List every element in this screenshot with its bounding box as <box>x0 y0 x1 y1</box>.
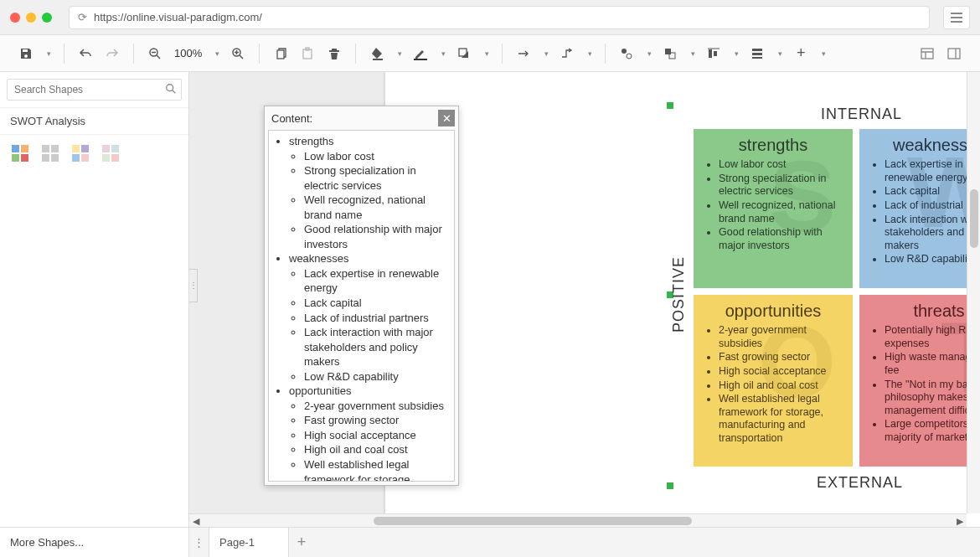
window-controls <box>10 13 52 23</box>
shapes-sidebar: SWOT Analysis <box>0 72 189 527</box>
search-shapes-input[interactable] <box>7 79 182 101</box>
list-item: Lack of industrial partners <box>885 199 980 213</box>
zoom-level[interactable]: 100% <box>171 47 205 59</box>
paste-button[interactable] <box>297 43 318 64</box>
window-titlebar: ⟳ https://online.visual-paradigm.com/ <box>0 0 980 35</box>
fill-color-button[interactable] <box>366 43 388 64</box>
quad-strengths[interactable]: S strengths Low labor costStrong special… <box>694 129 853 288</box>
sidebar-collapse-handle[interactable]: ⋮ <box>189 269 198 302</box>
content-dialog[interactable]: Content: ✕ strengthsLow labor costStrong… <box>264 106 459 486</box>
quad-weaknesses[interactable]: W weaknesses Lack expertise in renewable… <box>859 129 980 288</box>
list-item: Fast growing sector <box>719 351 844 364</box>
add-button[interactable]: + <box>790 43 812 64</box>
opportunities-title: opportunities <box>702 302 844 321</box>
more-shapes-button[interactable]: More Shapes... <box>0 528 189 557</box>
diagram-page[interactable]: INTERNAL EXTERNAL POSITIVE NEGATIVE S st… <box>385 72 980 527</box>
reload-icon[interactable]: ⟳ <box>78 11 87 23</box>
save-button[interactable] <box>15 43 37 64</box>
waypoint-button[interactable] <box>556 43 578 64</box>
svg-rect-15 <box>752 57 762 59</box>
svg-rect-23 <box>42 145 49 152</box>
content-dialog-title: Content: <box>271 112 312 125</box>
zoom-dropdown-icon[interactable]: ▾ <box>212 49 222 58</box>
swot-label-external: EXTERNAL <box>817 474 903 492</box>
svg-rect-32 <box>111 145 119 152</box>
list-item: Low R&D capability <box>885 253 980 266</box>
v-scrollbar-thumb[interactable] <box>970 189 978 248</box>
redo-button[interactable] <box>101 43 123 64</box>
delete-button[interactable] <box>323 43 345 64</box>
svg-rect-11 <box>709 49 712 58</box>
tab-page-1[interactable]: Page-1 <box>209 528 289 557</box>
svg-point-8 <box>627 54 632 59</box>
add-page-button[interactable]: + <box>289 528 314 557</box>
svg-rect-27 <box>72 145 80 152</box>
svg-rect-34 <box>111 154 119 162</box>
quad-threats[interactable]: T threats Potentially high R&D expensesH… <box>859 295 980 467</box>
list-item: 2-year government subsidies <box>304 399 449 414</box>
menu-icon[interactable] <box>943 6 970 29</box>
url-text: https://online.visual-paradigm.com/ <box>94 11 262 23</box>
list-item: Well established legal framework for sto… <box>719 393 844 446</box>
close-icon[interactable]: ✕ <box>438 110 455 126</box>
selection-handle[interactable] <box>667 102 673 109</box>
copy-button[interactable] <box>270 43 291 64</box>
swot-shape-4[interactable] <box>101 143 121 163</box>
distribute-button[interactable] <box>746 43 768 64</box>
svg-point-18 <box>167 85 173 91</box>
undo-button[interactable] <box>75 43 96 64</box>
selection-handle[interactable] <box>667 482 673 489</box>
zoom-in-button[interactable] <box>227 43 249 64</box>
quad-opportunities[interactable]: O opportunities 2-year government subsid… <box>694 295 853 467</box>
strengths-list: Low labor costStrong specialization in e… <box>702 158 844 252</box>
svg-rect-20 <box>21 145 28 152</box>
list-item: Large competitors get majority of market… <box>885 418 980 444</box>
list-item: High oil and coal cost <box>304 442 449 457</box>
horizontal-scrollbar[interactable]: ◀▶ <box>189 513 967 527</box>
list-item: High oil and coal cost <box>719 379 844 393</box>
edit-style-button[interactable] <box>616 43 637 64</box>
list-item: Strong specialization in electric servic… <box>719 173 844 199</box>
align-button[interactable] <box>703 43 725 64</box>
shape-palette <box>0 135 188 172</box>
svg-rect-30 <box>81 154 89 162</box>
zoom-window-icon[interactable] <box>42 13 52 23</box>
content-dialog-body[interactable]: strengthsLow labor costStrong specializa… <box>268 130 455 482</box>
zoom-out-button[interactable] <box>144 43 166 64</box>
minimize-window-icon[interactable] <box>26 13 36 23</box>
list-item: Lack capital <box>885 185 980 199</box>
h-scrollbar-thumb[interactable] <box>374 517 692 525</box>
list-item: High social acceptance <box>304 428 449 443</box>
list-item: Lack of industrial partners <box>304 311 449 326</box>
format-panel-button[interactable] <box>916 43 938 64</box>
swot-shape-1[interactable] <box>10 143 30 163</box>
footer: More Shapes... ⋮ Page-1 + <box>0 527 980 557</box>
svg-rect-21 <box>12 154 19 162</box>
main-toolbar: ▾ 100%▾ ▾ ▾ ▾ ▾ ▾ ▾ ▾ ▾ ▾ +▾ <box>0 35 980 72</box>
list-item: Well recognized, national brand name <box>304 193 449 222</box>
swot-shape-3[interactable] <box>70 143 90 163</box>
svg-rect-31 <box>102 145 110 152</box>
list-item: Well established legal framework for sto… <box>304 457 449 482</box>
list-item: Fast growing sector <box>304 413 449 428</box>
shadow-button[interactable] <box>453 43 475 64</box>
list-item: Low R&D capability <box>304 369 449 384</box>
list-item: Potentially high R&D expenses <box>885 324 980 350</box>
content-outline[interactable]: strengthsLow labor costStrong specializa… <box>274 134 449 482</box>
svg-rect-2 <box>277 50 284 59</box>
save-dropdown-icon[interactable]: ▾ <box>44 49 54 58</box>
connector-style-button[interactable] <box>513 43 534 64</box>
sidebar-section-swot[interactable]: SWOT Analysis <box>0 108 188 135</box>
svg-rect-25 <box>42 154 49 162</box>
arrange-button[interactable] <box>659 43 681 64</box>
search-icon[interactable] <box>165 83 177 98</box>
vertical-scrollbar[interactable] <box>967 72 980 513</box>
svg-rect-14 <box>752 53 762 55</box>
tab-list-handle[interactable]: ⋮ <box>189 528 209 557</box>
close-window-icon[interactable] <box>10 13 20 23</box>
outline-panel-button[interactable] <box>943 43 965 64</box>
swot-shape-2[interactable] <box>40 143 60 163</box>
address-bar[interactable]: ⟳ https://online.visual-paradigm.com/ <box>69 6 930 29</box>
svg-rect-13 <box>752 49 762 51</box>
line-color-button[interactable] <box>410 43 431 64</box>
